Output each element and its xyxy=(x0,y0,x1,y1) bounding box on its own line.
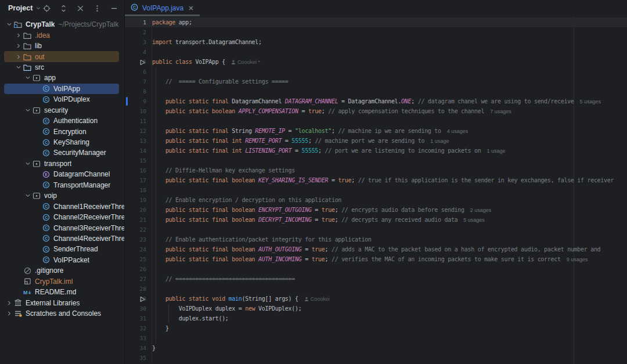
code-line-23[interactable]: 23 // Enable authentication/packet integ… xyxy=(125,235,627,244)
gutter-line-34[interactable]: 34 xyxy=(125,343,152,353)
gutter-line-28[interactable]: 28 xyxy=(125,284,152,294)
code-line-35[interactable]: 35 xyxy=(125,353,627,363)
code-text[interactable]: // Diffie-Hellman key exchange settings xyxy=(152,165,627,175)
code-text[interactable] xyxy=(152,67,627,77)
tree-item-encryption[interactable]: CEncryption xyxy=(0,126,124,136)
code-text[interactable]: public static final DatagramChannel DATA… xyxy=(152,96,627,106)
chevron-down-icon[interactable] xyxy=(23,73,32,82)
code-line-8[interactable]: 8 xyxy=(125,87,627,96)
code-text[interactable]: duplex.start(); xyxy=(152,313,627,323)
chevron-down-icon[interactable] xyxy=(35,5,42,12)
code-text[interactable] xyxy=(152,116,627,126)
gutter-line-7[interactable]: 7 xyxy=(125,77,152,87)
gutter-line-1[interactable]: 1 xyxy=(125,17,152,27)
code-line-26[interactable]: 26 xyxy=(125,264,627,274)
locate-icon[interactable] xyxy=(42,3,51,13)
code-line-10[interactable]: 10 public static boolean APPLY_COMPENSAT… xyxy=(125,106,627,116)
code-line-18[interactable]: 18 xyxy=(125,185,627,195)
gutter-line-24[interactable]: 24 xyxy=(125,244,152,254)
code-line-19[interactable]: 19 // Enable encryption / decryption on … xyxy=(125,195,627,205)
usages-inlay-hint[interactable]: 1 usage xyxy=(430,138,449,144)
gutter-line-21[interactable]: 21 xyxy=(125,215,152,225)
gutter-line-26[interactable]: 26 xyxy=(125,264,152,274)
gutter-line-6[interactable]: 6 xyxy=(125,67,152,77)
code-line-30[interactable]: 30 VoIPDuplex duplex = new VoIPDuplex(); xyxy=(125,304,627,313)
usages-inlay-hint[interactable]: 5 usages xyxy=(463,217,485,223)
chevron-right-icon[interactable] xyxy=(5,309,13,318)
gutter-line-3[interactable]: 3 xyxy=(125,37,152,47)
author-inlay-hint[interactable]: Coookei xyxy=(304,296,330,302)
code-text[interactable] xyxy=(152,185,627,195)
code-line-17[interactable]: 17 public static final boolean KEY_SHARI… xyxy=(125,175,627,185)
gutter-line-33[interactable]: 33 xyxy=(125,333,152,343)
code-line-32[interactable]: 32 } xyxy=(125,323,627,333)
project-panel-title[interactable]: Project xyxy=(8,4,33,12)
code-line-3[interactable]: 3import transport.DatagramChannel; xyxy=(125,37,627,47)
code-text[interactable]: public static final int LISTENING_PORT =… xyxy=(152,146,627,156)
code-line-4[interactable]: 4 xyxy=(125,47,627,57)
gutter-line-12[interactable]: 12 xyxy=(125,126,152,136)
gutter-line-5[interactable]: 5 xyxy=(125,57,152,67)
usages-inlay-hint[interactable]: 1 usage xyxy=(487,148,505,154)
gutter-line-31[interactable]: 31 xyxy=(125,313,152,323)
code-text[interactable]: package app; xyxy=(152,17,627,27)
tree-item-securitymanager[interactable]: CSecurityManager xyxy=(0,147,124,158)
code-text[interactable]: // Enable authentication/packet integrit… xyxy=(152,235,627,244)
code-line-21[interactable]: 21 public static final boolean DECRYPT_I… xyxy=(125,215,627,225)
code-line-9[interactable]: 9 public static final DatagramChannel DA… xyxy=(125,96,627,106)
code-text[interactable]: } xyxy=(152,323,627,333)
gutter-line-23[interactable]: 23 xyxy=(125,235,152,244)
gutter-line-13[interactable]: 13 xyxy=(125,136,152,146)
code-line-14[interactable]: 14 public static final int LISTENING_POR… xyxy=(125,146,627,156)
tree-item-cryptalk-iml[interactable]: CrypTalk.iml xyxy=(0,276,124,287)
usages-inlay-hint[interactable]: 4 usages xyxy=(447,128,469,134)
more-options-icon[interactable] xyxy=(92,3,102,13)
chevron-down-icon[interactable] xyxy=(14,63,23,72)
gutter-line-15[interactable]: 15 xyxy=(125,156,152,165)
tree-item-transportmanager[interactable]: CTransportManager xyxy=(0,180,124,190)
author-inlay-hint[interactable]: Coookei * xyxy=(231,59,260,65)
chevron-right-icon[interactable] xyxy=(14,31,23,40)
usages-inlay-hint[interactable]: 7 usages xyxy=(490,109,511,114)
code-line-15[interactable]: 15 xyxy=(125,156,627,165)
tree-item-readme-md[interactable]: MREADME.md xyxy=(0,287,124,297)
code-line-28[interactable]: 28 xyxy=(125,284,627,294)
code-text[interactable]: VoIPDuplex duplex = new VoIPDuplex(); xyxy=(152,304,627,313)
code-text[interactable]: } xyxy=(152,343,627,353)
code-text[interactable]: public static final int REMOTE_PORT = 55… xyxy=(152,136,627,146)
gutter-line-22[interactable]: 22 xyxy=(125,225,152,235)
tree-item-voippacket[interactable]: CVoIPPacket xyxy=(0,255,124,265)
code-text[interactable]: public static void main(String[] args) {… xyxy=(152,294,627,304)
chevron-right-icon[interactable] xyxy=(14,52,23,62)
code-text[interactable] xyxy=(152,264,627,274)
code-line-20[interactable]: 20 public static final boolean ENCRYPT_O… xyxy=(125,205,627,215)
code-text[interactable]: public static boolean APPLY_COMPENSATION… xyxy=(152,106,627,116)
chevron-right-icon[interactable] xyxy=(14,41,23,51)
code-text[interactable]: public static final boolean AUTH_OUTGOIN… xyxy=(152,244,627,254)
tree-item-security[interactable]: security xyxy=(0,105,124,116)
code-line-13[interactable]: 13 public static final int REMOTE_PORT =… xyxy=(125,136,627,146)
code-line-16[interactable]: 16 // Diffie-Hellman key exchange settin… xyxy=(125,165,627,175)
tree-item--idea[interactable]: .idea xyxy=(0,30,124,40)
gutter-line-29[interactable]: 29 xyxy=(125,294,152,304)
code-text[interactable] xyxy=(152,87,627,96)
code-text[interactable] xyxy=(152,47,627,57)
code-line-24[interactable]: 24 public static final boolean AUTH_OUTG… xyxy=(125,244,627,254)
tree-item-voipapp[interactable]: CVoIPApp xyxy=(0,84,124,94)
tree-item-channel3receiverthread[interactable]: CChannel3ReceiverThread xyxy=(0,222,124,233)
code-editor[interactable]: 1package app;23import transport.Datagram… xyxy=(125,16,627,364)
tree-item-authentication[interactable]: CAuthentication xyxy=(0,116,124,126)
tree-item-scratches-and-consoles[interactable]: Scratches and Consoles xyxy=(0,308,124,319)
code-text[interactable]: public static final String REMOTE_IP = "… xyxy=(152,126,627,136)
gutter-line-14[interactable]: 14 xyxy=(125,146,152,156)
gutter-line-20[interactable]: 20 xyxy=(125,205,152,215)
code-text[interactable]: public class VoIPApp {Coookei * xyxy=(152,57,627,67)
vcs-change-marker[interactable] xyxy=(126,97,128,106)
usages-inlay-hint[interactable]: 9 usages xyxy=(567,257,588,262)
usages-inlay-hint[interactable]: 5 usages xyxy=(580,99,601,104)
code-line-27[interactable]: 27 // ==================================… xyxy=(125,274,627,284)
code-text[interactable]: public static final boolean ENCRYPT_OUTG… xyxy=(152,205,627,215)
code-line-1[interactable]: 1package app; xyxy=(125,17,627,27)
chevron-down-icon[interactable] xyxy=(23,191,32,200)
code-text[interactable]: public static final boolean AUTH_INCOMIN… xyxy=(152,254,627,264)
